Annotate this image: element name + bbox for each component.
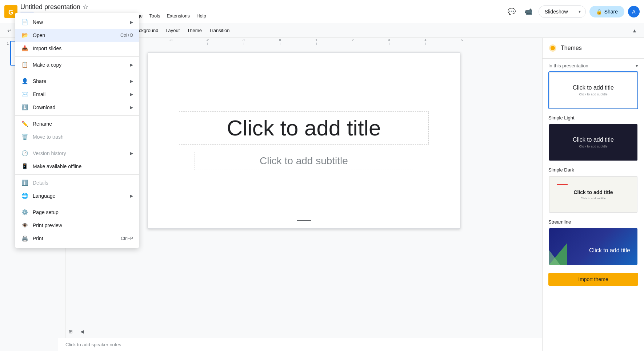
- menu-item-page-setup[interactable]: ⚙️ Page setup: [15, 206, 139, 219]
- import-slides-label: Import slides: [33, 46, 133, 51]
- file-menu-section-7: ⚙️ Page setup 👁️ Print preview 🖨️ Print …: [15, 204, 139, 247]
- share-arrow: ▶: [130, 79, 133, 84]
- new-label: New: [33, 19, 127, 25]
- print-shortcut: Ctrl+P: [121, 236, 133, 241]
- email-arrow: ▶: [130, 92, 133, 97]
- language-label: Language: [33, 193, 127, 199]
- rename-icon: ✏️: [21, 120, 28, 127]
- download-label: Download: [33, 104, 127, 110]
- make-copy-icon: 📋: [21, 61, 28, 68]
- new-icon: 📄: [21, 19, 28, 26]
- version-history-icon: 🕐: [21, 150, 28, 157]
- menu-item-email[interactable]: ✉️ Email ▶: [15, 88, 139, 101]
- new-arrow: ▶: [130, 20, 133, 25]
- print-preview-label: Print preview: [33, 222, 133, 228]
- page-setup-icon: ⚙️: [21, 209, 28, 216]
- share-menu-icon: 👤: [21, 78, 28, 85]
- make-copy-arrow: ▶: [130, 62, 133, 67]
- open-label: Open: [33, 32, 120, 38]
- email-label: Email: [33, 91, 127, 97]
- file-menu-section-3: 👤 Share ▶ ✉️ Email ▶ ⬇️ Download ▶: [15, 73, 139, 116]
- menu-item-download[interactable]: ⬇️ Download ▶: [15, 101, 139, 114]
- open-shortcut: Ctrl+O: [120, 33, 133, 38]
- menu-item-details: ℹ️ Details: [15, 176, 139, 189]
- file-menu-section-6: ℹ️ Details 🌐 Language ▶: [15, 175, 139, 204]
- print-preview-icon: 👁️: [21, 222, 28, 229]
- menu-item-make-copy[interactable]: 📋 Make a copy ▶: [15, 58, 139, 71]
- menu-item-import-slides[interactable]: 📥 Import slides: [15, 42, 139, 55]
- menu-item-share[interactable]: 👤 Share ▶: [15, 75, 139, 88]
- file-menu-section-1: 📄 New ▶ 📂 Open Ctrl+O 📥 Import slides: [15, 14, 139, 57]
- menu-item-print[interactable]: 🖨️ Print Ctrl+P: [15, 232, 139, 245]
- page-setup-label: Page setup: [33, 209, 133, 215]
- print-label: Print: [33, 236, 121, 241]
- language-arrow: ▶: [130, 193, 133, 198]
- menu-item-rename[interactable]: ✏️ Rename: [15, 117, 139, 130]
- import-slides-icon: 📥: [21, 45, 28, 52]
- version-history-label: Version history: [33, 150, 127, 156]
- offline-icon: 📱: [21, 163, 28, 170]
- offline-label: Make available offline: [33, 163, 133, 169]
- menu-item-language[interactable]: 🌐 Language ▶: [15, 189, 139, 202]
- file-menu-section-2: 📋 Make a copy ▶: [15, 57, 139, 73]
- details-icon: ℹ️: [21, 179, 28, 186]
- file-menu: 📄 New ▶ 📂 Open Ctrl+O 📥 Import slides 📋 …: [15, 13, 139, 248]
- share-menu-label: Share: [33, 78, 127, 84]
- version-history-arrow: ▶: [130, 151, 133, 156]
- menu-item-version-history: 🕐 Version history ▶: [15, 147, 139, 160]
- print-icon: 🖨️: [21, 235, 28, 242]
- menu-item-open[interactable]: 📂 Open Ctrl+O: [15, 29, 139, 42]
- details-label: Details: [33, 180, 133, 186]
- download-icon: ⬇️: [21, 104, 28, 111]
- file-menu-overlay: 📄 New ▶ 📂 Open Ctrl+O 📥 Import slides 📋 …: [0, 0, 644, 351]
- email-icon: ✉️: [21, 91, 28, 98]
- rename-label: Rename: [33, 121, 133, 127]
- menu-item-print-preview[interactable]: 👁️ Print preview: [15, 219, 139, 232]
- language-icon: 🌐: [21, 192, 28, 200]
- make-copy-label: Make a copy: [33, 62, 127, 68]
- menu-item-move-trash: 🗑️ Move to trash: [15, 130, 139, 143]
- menu-item-new[interactable]: 📄 New ▶: [15, 16, 139, 29]
- file-menu-section-4: ✏️ Rename 🗑️ Move to trash: [15, 116, 139, 145]
- file-menu-section-5: 🕐 Version history ▶ 📱 Make available off…: [15, 145, 139, 175]
- menu-item-offline[interactable]: 📱 Make available offline: [15, 160, 139, 173]
- open-icon: 📂: [21, 32, 28, 39]
- trash-label: Move to trash: [33, 134, 133, 140]
- download-arrow: ▶: [130, 105, 133, 110]
- trash-icon: 🗑️: [21, 133, 28, 141]
